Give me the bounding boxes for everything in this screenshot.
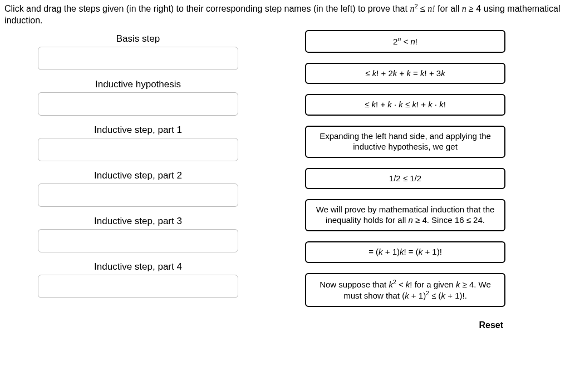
step-label-step2: Inductive step, part 2: [38, 167, 238, 183]
drop-target-basis[interactable]: [38, 47, 238, 70]
step-label-hypothesis: Inductive hypothesis: [38, 76, 238, 92]
instructions-text: Click and drag the steps given (in the r…: [4, 2, 566, 27]
drop-target-step4[interactable]: [38, 275, 238, 298]
drop-target-step1[interactable]: [38, 138, 238, 161]
drag-item[interactable]: ≤ k! + k · k ≤ k! + k · k!: [305, 94, 505, 116]
drag-item[interactable]: 2n < n!: [305, 30, 505, 53]
step-label-basis: Basis step: [38, 30, 238, 47]
drag-item[interactable]: We will prove by mathematical induction …: [305, 199, 505, 231]
step-label-step3: Inductive step, part 3: [38, 212, 238, 229]
step-label-step1: Inductive step, part 1: [38, 121, 238, 138]
drop-targets-column: Basis step Inductive hypothesis Inductiv…: [38, 30, 238, 334]
drag-item[interactable]: 1/2 ≤ 1/2: [305, 168, 505, 190]
drop-target-step2[interactable]: [38, 183, 238, 207]
drag-item[interactable]: ≤ k! + 2k + k = k! + 3k: [305, 63, 505, 85]
reset-button[interactable]: Reset: [479, 320, 503, 330]
draggable-items-column: 2n < n! ≤ k! + 2k + k = k! + 3k ≤ k! + k…: [305, 30, 505, 334]
drag-item[interactable]: = (k + 1)k! = (k + 1)!: [305, 241, 505, 263]
drop-target-hypothesis[interactable]: [38, 92, 238, 116]
step-label-step4: Inductive step, part 4: [38, 258, 238, 275]
drop-target-step3[interactable]: [38, 229, 238, 252]
drag-item[interactable]: Expanding the left hand side, and applyi…: [305, 126, 505, 158]
drag-item[interactable]: Now suppose that k2 < k! for a given k ≥…: [305, 273, 505, 307]
